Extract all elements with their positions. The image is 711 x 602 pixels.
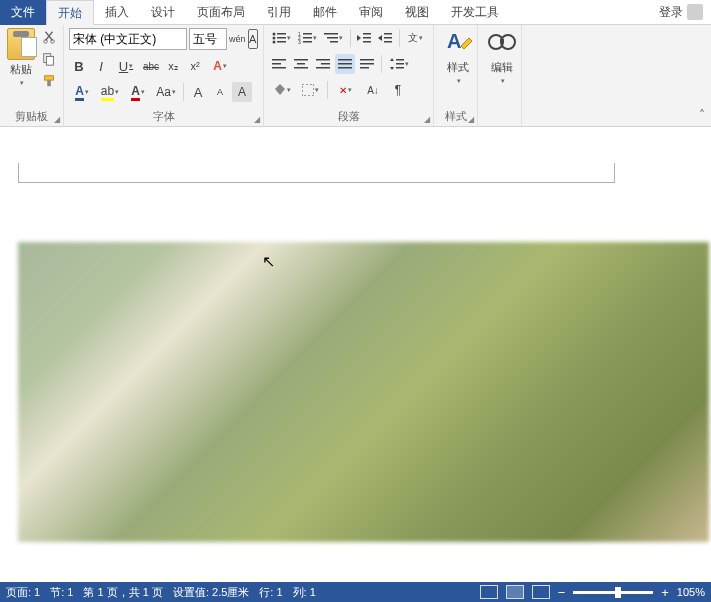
print-layout-button[interactable] (506, 585, 524, 599)
svg-rect-31 (297, 63, 305, 65)
svg-rect-13 (303, 33, 312, 35)
svg-rect-42 (396, 59, 404, 61)
increase-indent-button[interactable] (376, 28, 395, 48)
text-direction-button[interactable]: 文▾ (404, 28, 428, 48)
italic-button[interactable]: I (91, 56, 111, 76)
status-page[interactable]: 页面: 1 (6, 585, 40, 600)
login-button[interactable]: 登录 (651, 4, 711, 21)
tab-mail[interactable]: 邮件 (302, 0, 348, 25)
zoom-out-button[interactable]: − (558, 585, 566, 600)
styles-launcher-icon[interactable]: ◢ (468, 115, 474, 124)
svg-rect-40 (360, 63, 374, 65)
zoom-in-button[interactable]: + (661, 585, 669, 600)
status-page-of[interactable]: 第 1 页，共 1 页 (83, 585, 162, 600)
collapse-ribbon-button[interactable]: ˄ (699, 108, 705, 122)
svg-rect-39 (360, 59, 374, 61)
line-spacing-button[interactable]: ▾ (386, 54, 412, 74)
tab-layout[interactable]: 页面布局 (186, 0, 256, 25)
snap-button[interactable]: ✕▾ (332, 80, 358, 100)
login-label: 登录 (659, 4, 683, 21)
font-fill-button[interactable]: A▾ (125, 82, 151, 102)
align-right-button[interactable] (313, 54, 333, 74)
sort-button[interactable]: A↓ (360, 80, 386, 100)
cut-button[interactable] (40, 28, 58, 46)
char-border-button[interactable]: A (248, 29, 258, 49)
svg-rect-26 (384, 41, 392, 43)
bold-button[interactable]: B (69, 56, 89, 76)
font-name-select[interactable] (69, 28, 187, 50)
paste-icon (7, 28, 35, 60)
font-color-button[interactable]: A▾ (69, 82, 95, 102)
status-position[interactable]: 设置值: 2.5厘米 (173, 585, 249, 600)
strikethrough-button[interactable]: abc (141, 56, 161, 76)
clipboard-launcher-icon[interactable]: ◢ (54, 115, 60, 124)
ribbon: 粘贴 ▾ 剪贴板 ◢ wén A B I U▾ abc (0, 25, 711, 127)
highlight-button[interactable]: ab▾ (97, 82, 123, 102)
status-section[interactable]: 节: 1 (50, 585, 73, 600)
format-painter-button[interactable] (40, 72, 58, 90)
tab-file[interactable]: 文件 (0, 0, 46, 25)
tab-insert[interactable]: 插入 (94, 0, 140, 25)
group-font: wén A B I U▾ abc x₂ x² A▾ A▾ ab▾ A▾ Aa▾ … (64, 25, 264, 126)
svg-rect-37 (338, 63, 352, 65)
grow-font-button[interactable]: A (188, 82, 208, 102)
subscript-button[interactable]: x₂ (163, 56, 183, 76)
char-shading-button[interactable]: A (232, 82, 252, 102)
show-marks-button[interactable]: ¶ (388, 80, 408, 100)
tab-design[interactable]: 设计 (140, 0, 186, 25)
text-effects-button[interactable]: A▾ (207, 56, 233, 76)
shading-button[interactable]: ▾ (269, 80, 295, 100)
superscript-button[interactable]: x² (185, 56, 205, 76)
bullets-button[interactable]: ▾ (269, 28, 293, 48)
group-font-label: 字体 (64, 109, 263, 124)
justify-button[interactable] (335, 54, 355, 74)
svg-rect-21 (363, 33, 371, 35)
align-left-button[interactable] (269, 54, 289, 74)
svg-rect-29 (272, 67, 286, 69)
svg-rect-34 (321, 63, 330, 65)
svg-rect-4 (45, 76, 54, 80)
svg-rect-30 (294, 59, 308, 61)
distribute-button[interactable] (357, 54, 377, 74)
shrink-font-button[interactable]: A (210, 82, 230, 102)
borders-button[interactable]: ▾ (297, 80, 323, 100)
svg-rect-24 (384, 33, 392, 35)
paragraph-launcher-icon[interactable]: ◢ (424, 115, 430, 124)
copy-button[interactable] (40, 50, 58, 68)
document-image[interactable] (18, 242, 709, 542)
tab-references[interactable]: 引用 (256, 0, 302, 25)
status-line[interactable]: 行: 1 (259, 585, 282, 600)
tab-review[interactable]: 审阅 (348, 0, 394, 25)
zoom-level[interactable]: 105% (677, 586, 705, 598)
phonetic-guide-button[interactable]: wén (229, 29, 246, 49)
font-size-select[interactable] (189, 28, 227, 50)
svg-rect-20 (330, 41, 338, 43)
editing-label: 编辑 (491, 60, 513, 75)
tab-view[interactable]: 视图 (394, 0, 440, 25)
font-launcher-icon[interactable]: ◢ (254, 115, 260, 124)
read-mode-button[interactable] (480, 585, 498, 599)
chevron-down-icon: ▾ (20, 79, 24, 87)
svg-rect-3 (46, 56, 53, 65)
underline-button[interactable]: U▾ (113, 56, 139, 76)
svg-rect-32 (294, 67, 308, 69)
status-column[interactable]: 列: 1 (293, 585, 316, 600)
svg-point-6 (272, 33, 275, 36)
multilevel-button[interactable]: ▾ (322, 28, 346, 48)
styles-button[interactable]: A 样式 ▾ (439, 28, 477, 85)
zoom-slider[interactable] (573, 591, 653, 594)
document-area[interactable]: ↖ (0, 127, 711, 582)
align-center-button[interactable] (291, 54, 311, 74)
zoom-thumb[interactable] (615, 587, 621, 598)
web-layout-button[interactable] (532, 585, 550, 599)
group-styles: A 样式 ▾ 样式 ◢ (434, 25, 478, 126)
tab-dev[interactable]: 开发工具 (440, 0, 510, 25)
editing-button[interactable]: 编辑 ▾ (483, 28, 521, 85)
svg-rect-43 (396, 63, 404, 65)
svg-rect-7 (277, 33, 286, 35)
numbering-button[interactable]: 123▾ (295, 28, 319, 48)
group-clipboard: 粘贴 ▾ 剪贴板 ◢ (0, 25, 64, 126)
decrease-indent-button[interactable] (355, 28, 374, 48)
tab-home[interactable]: 开始 (46, 0, 94, 25)
change-case-button[interactable]: Aa▾ (153, 82, 179, 102)
